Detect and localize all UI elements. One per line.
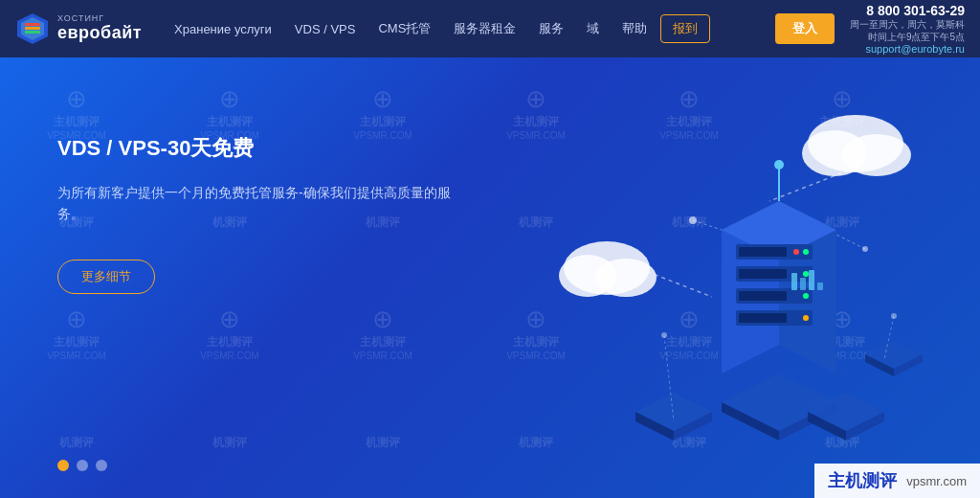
nav-item-cms[interactable]: CMS托管	[368, 14, 440, 43]
main-nav: Хранение услуги VDS / VPS CMS托管 服务器租金 服务…	[165, 14, 760, 43]
nav-report-button[interactable]: 报到	[660, 14, 710, 43]
header: хостинг евробайт Хранение услуги VDS / V…	[0, 0, 980, 57]
bottom-bar-title: 主机测评	[828, 469, 897, 492]
svg-point-37	[803, 293, 809, 299]
svg-line-52	[836, 235, 865, 249]
hero-description: 为所有新客户提供一个月的免费托管服务-确保我们提供高质量的服务。	[57, 182, 459, 225]
bottom-bar-url: vpsmr.com	[906, 474, 967, 488]
server-illustration	[501, 77, 942, 479]
carousel-dots	[57, 460, 107, 471]
nav-item-vds[interactable]: VDS / VPS	[285, 16, 366, 42]
svg-rect-4	[25, 31, 40, 34]
nav-item-services[interactable]: 服务	[529, 14, 573, 43]
logo-icon	[15, 11, 50, 46]
svg-point-34	[803, 271, 809, 277]
logo-area: хостинг евробайт	[15, 11, 142, 46]
svg-point-31	[793, 249, 799, 255]
login-button[interactable]: 登入	[775, 13, 835, 44]
bottom-watermark-bar: 主机测评 vpsmr.com	[814, 464, 980, 498]
hero-banner: ⊕ 主机测评 VPSMR.COM ⊕ 主机测评 VPSMR.COM ⊕ 主机测评…	[0, 57, 980, 498]
svg-rect-44	[817, 283, 823, 290]
svg-rect-3	[25, 27, 40, 30]
svg-point-46	[774, 160, 784, 170]
nav-item-help[interactable]: 帮助	[612, 14, 657, 43]
carousel-dot-1[interactable]	[57, 460, 69, 471]
svg-point-10	[842, 134, 911, 176]
svg-rect-2	[25, 23, 40, 26]
nav-item-server-rental[interactable]: 服务器租金	[444, 14, 525, 43]
svg-rect-41	[791, 273, 797, 290]
svg-point-40	[803, 315, 809, 321]
svg-rect-36	[739, 291, 787, 301]
svg-rect-43	[809, 270, 814, 290]
logo-main-text: евробайт	[57, 24, 142, 43]
svg-point-7	[595, 259, 657, 297]
nav-item-hosting[interactable]: Хранение услуги	[165, 16, 281, 42]
svg-rect-42	[800, 278, 806, 290]
phone-number: 8 800 301-63-29	[866, 3, 965, 18]
hero-title: VDS / VPS-30天免费	[57, 134, 459, 163]
business-hours: 周一至周六，周六，莫斯科 时间上午9点至下午5点	[850, 18, 965, 43]
nav-item-domain[interactable]: 域	[577, 14, 609, 43]
support-email[interactable]: support@eurobyte.ru	[865, 43, 965, 55]
hero-content: VDS / VPS-30天免费 为所有新客户提供一个月的免费托管服务-确保我们提…	[57, 134, 459, 294]
carousel-dot-2[interactable]	[77, 460, 88, 471]
svg-line-51	[693, 220, 722, 230]
carousel-dot-3[interactable]	[96, 460, 107, 471]
svg-rect-33	[739, 269, 787, 279]
contact-info: 8 800 301-63-29 周一至周六，周六，莫斯科 时间上午9点至下午5点…	[850, 3, 965, 55]
svg-rect-39	[739, 313, 787, 323]
logo-text: хостинг евробайт	[57, 14, 142, 43]
svg-rect-29	[739, 247, 787, 257]
learn-more-button[interactable]: 更多细节	[57, 260, 155, 294]
svg-point-30	[803, 249, 809, 255]
